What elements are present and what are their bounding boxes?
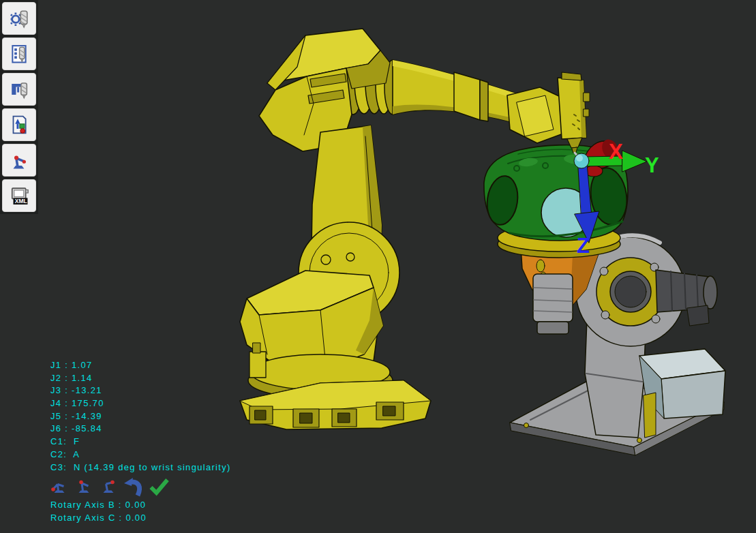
svg-text:XML: XML — [15, 198, 27, 204]
robot-button[interactable] — [2, 144, 36, 177]
motor-endcap — [704, 276, 717, 309]
config-row: C2: A — [50, 448, 231, 461]
tool-list-button[interactable] — [2, 37, 36, 70]
forearm-collar-band — [480, 80, 488, 121]
config-action-row — [48, 476, 170, 497]
robot-config-3-icon[interactable] — [97, 477, 119, 496]
joint-status-overlay: J1 : 1.07 J2 : 1.14 J3 : -13.21 J4 : 175… — [50, 359, 231, 474]
x-axis-label: X — [609, 140, 623, 164]
ring-notch — [652, 315, 660, 323]
y-axis-label: Y — [645, 153, 659, 177]
robot-arm-icon — [7, 149, 31, 172]
xml-export-button[interactable]: XML — [2, 179, 36, 212]
measure-tool-button[interactable] — [2, 73, 36, 106]
ring-notch — [600, 267, 608, 275]
joint-row: J3 : -13.21 — [50, 384, 231, 397]
spindle-knob — [584, 93, 590, 102]
j2-bolt — [346, 253, 354, 261]
export-document-button[interactable] — [2, 108, 36, 141]
export-document-icon — [7, 113, 31, 136]
undo-icon[interactable] — [121, 476, 146, 497]
confirm-check-icon[interactable] — [148, 476, 170, 497]
ring-notch — [601, 311, 609, 319]
table-motor — [533, 274, 573, 322]
z-axis-label: Z — [577, 234, 590, 258]
turntable-bolt — [253, 343, 260, 353]
base-screw — [637, 438, 642, 443]
tcp-sphere-highlight — [576, 155, 583, 162]
motor-connector — [687, 305, 709, 326]
joint-row: J4 : 175.70 — [50, 397, 231, 410]
joint-row: J1 : 1.07 — [50, 359, 231, 372]
joint-row: J5 : -14.39 — [50, 410, 231, 423]
trunnion-bore-inner — [615, 276, 646, 307]
document-tool-icon — [7, 42, 31, 65]
rotary-row: Rotary Axis C : 0.00 — [50, 512, 147, 525]
gear-tool-icon — [7, 7, 31, 30]
spindle-knob — [584, 109, 589, 117]
base-screw — [524, 423, 529, 428]
joint-row: J2 : 1.14 — [50, 372, 231, 385]
rotary-row: Rotary Axis B : 0.00 — [50, 499, 147, 512]
toolbar: XML — [2, 2, 36, 212]
tool-setup-button[interactable] — [2, 2, 36, 35]
box-yellow-strip — [644, 393, 656, 438]
forearm-collar — [454, 72, 480, 120]
cone-detail — [536, 260, 545, 272]
spindle-top-cap — [562, 72, 581, 80]
config-row: C1: F — [50, 436, 231, 448]
robot-config-1-icon[interactable] — [48, 477, 70, 496]
robot-config-2-icon[interactable] — [72, 477, 95, 496]
caliper-measure-icon — [7, 78, 31, 101]
xml-machine-icon: XML — [7, 184, 31, 207]
config-row: C3: N (14.39 deg to wrist singularity) — [50, 461, 231, 474]
j2-bolt — [321, 255, 331, 264]
control-box-front — [661, 371, 725, 418]
3d-viewport[interactable]: X Y Z — [0, 0, 756, 533]
rotary-axis-overlay: Rotary Axis B : 0.00 Rotary Axis C : 0.0… — [50, 499, 147, 524]
turntable-block — [250, 352, 266, 378]
table-motor-cap — [537, 322, 569, 334]
joint-row: J6 : -85.84 — [50, 423, 231, 436]
y-axis-arrowhead[interactable] — [622, 151, 647, 172]
